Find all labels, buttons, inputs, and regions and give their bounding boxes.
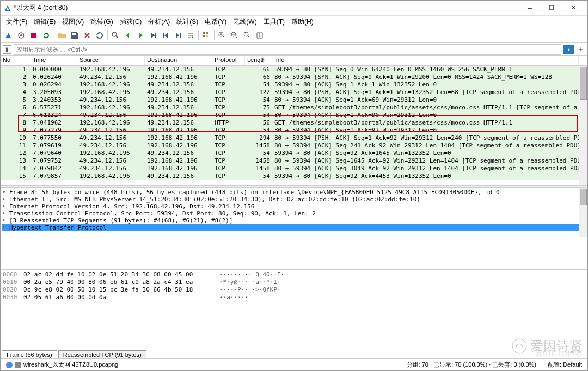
menu-item[interactable]: 统计(S) xyxy=(173,16,201,28)
col-length[interactable]: Length xyxy=(245,56,272,65)
titlebar: *以太网 4 (port 80) ─ ☐ ✕ xyxy=(1,1,587,16)
status-expert-icon[interactable] xyxy=(15,362,21,368)
svg-rect-2 xyxy=(31,33,36,38)
toolbar: 1:1 xyxy=(1,28,587,43)
packet-row[interactable]: 76.61132449.234.12.156192.168.42.196TCP5… xyxy=(1,112,587,119)
packet-list-header: No. Time Source Destination Protocol Len… xyxy=(1,56,587,66)
display-filter-input[interactable] xyxy=(14,44,561,55)
svg-rect-3 xyxy=(72,33,76,35)
packet-row[interactable]: 117.07961949.234.12.156192.168.42.196TCP… xyxy=(1,142,587,150)
packet-row[interactable]: 20.02624049.234.12.156192.168.42.196TCP6… xyxy=(1,73,587,81)
packet-row[interactable]: 107.07755049.234.12.156192.168.42.196TCP… xyxy=(1,134,587,142)
maximize-button[interactable]: ☐ xyxy=(541,1,562,15)
restart-capture-icon[interactable] xyxy=(40,29,52,41)
menubar: 文件(F)编辑(E)视图(V)跳转(G)捕获(C)分析(A)统计(S)电话(Y)… xyxy=(1,16,587,28)
close-button[interactable]: ✕ xyxy=(562,1,584,15)
menu-item[interactable]: 帮助(H) xyxy=(288,16,317,28)
app-icon xyxy=(4,4,11,12)
col-source[interactable]: Source xyxy=(77,56,145,65)
packet-row[interactable]: 53.24035349.234.12.156192.168.42.196TCP5… xyxy=(1,96,587,104)
status-file: wireshark_以太网 45TZ8U0.pcapng xyxy=(23,361,118,369)
svg-point-4 xyxy=(112,32,117,36)
hex-pane[interactable]: 000002 ac 02 dd fe 10 02 0e 51 20 34 30 … xyxy=(1,269,587,347)
detail-line[interactable]: Ethernet II, Src: MS-NLB-PhysServer-14_5… xyxy=(2,196,586,203)
go-last-icon[interactable] xyxy=(172,29,184,41)
packet-scrollbar[interactable] xyxy=(579,66,587,186)
expression-button[interactable]: ▸ xyxy=(564,45,574,54)
add-filter-button[interactable]: ＋ xyxy=(577,45,585,54)
filter-bar: ▮ ▸ ＋ xyxy=(1,43,587,56)
col-dest[interactable]: Destination xyxy=(145,56,212,65)
capture-options-icon[interactable] xyxy=(15,29,27,41)
menu-item[interactable]: 视图(V) xyxy=(59,16,87,28)
menu-item[interactable]: 文件(F) xyxy=(3,16,30,28)
detail-line[interactable]: Transmission Control Protocol, Src Port:… xyxy=(2,210,586,217)
colorize-icon[interactable] xyxy=(200,29,212,41)
menu-item[interactable]: 跳转(G) xyxy=(87,16,116,28)
svg-rect-7 xyxy=(180,33,181,38)
reload-icon[interactable] xyxy=(94,29,106,41)
details-scrollbar[interactable] xyxy=(579,188,587,237)
status-packets: 分组: 70 · 已显示: 70 (100.0%) · 已丢弃: 0 (0.0%… xyxy=(403,361,540,369)
svg-point-1 xyxy=(20,34,22,36)
status-profile[interactable]: 配置: Default xyxy=(544,361,585,369)
go-next-icon[interactable] xyxy=(134,29,146,41)
zoom-in-icon[interactable] xyxy=(216,29,228,41)
minimize-button[interactable]: ─ xyxy=(519,1,541,15)
detail-line[interactable]: Internet Protocol Version 4, Src: 192.16… xyxy=(2,203,586,210)
hex-row[interactable]: 000002 ac 02 dd fe 10 02 0e 51 20 34 30 … xyxy=(3,271,585,279)
packet-details[interactable]: Frame 8: 56 bytes on wire (448 bits), 56… xyxy=(1,188,587,237)
hex-tabs: Frame (56 bytes) Reassembled TCP (91 byt… xyxy=(1,347,587,358)
hex-row[interactable]: 001000 2a e5 79 40 00 80 06 eb 61 c0 a8 … xyxy=(3,279,585,286)
col-no[interactable]: No. xyxy=(1,56,30,65)
packet-row[interactable]: 10.000000192.168.42.19649.234.12.156TCP6… xyxy=(1,66,587,73)
packet-row[interactable]: 127.079640192.168.42.19649.234.12.156TCP… xyxy=(1,150,587,157)
hex-row[interactable]: 00200c 9c e8 02 00 50 10 15 bc 3e fa 30 … xyxy=(3,286,585,294)
col-info[interactable]: Info xyxy=(272,56,579,65)
detail-line[interactable]: [3 Reassembled TCP Segments (91 bytes): … xyxy=(2,217,586,224)
col-time[interactable]: Time xyxy=(30,56,77,65)
menu-item[interactable]: 分析(A) xyxy=(145,16,173,28)
packet-list[interactable]: 10.000000192.168.42.19649.234.12.156TCP6… xyxy=(1,66,587,186)
detail-line[interactable]: Frame 8: 56 bytes on wire (448 bits), 56… xyxy=(2,189,586,196)
find-icon[interactable] xyxy=(109,29,121,41)
window-title: *以太网 4 (port 80) xyxy=(14,3,519,13)
packet-row[interactable]: 147.07984249.234.12.156192.168.42.196TCP… xyxy=(1,165,587,172)
go-prev-icon[interactable] xyxy=(122,29,134,41)
status-ready-icon xyxy=(6,362,13,368)
save-file-icon[interactable] xyxy=(69,29,81,41)
svg-rect-8 xyxy=(203,32,205,34)
tab-frame[interactable]: Frame (56 bytes) xyxy=(2,350,57,358)
packet-row[interactable]: 97.07727949.234.12.156192.168.42.196TCP5… xyxy=(1,127,587,134)
menu-item[interactable]: 电话(Y) xyxy=(201,16,230,28)
auto-scroll-icon[interactable] xyxy=(185,29,197,41)
stop-capture-icon[interactable] xyxy=(28,29,40,41)
shark-fin-icon[interactable] xyxy=(3,29,15,41)
open-file-icon[interactable] xyxy=(56,29,68,41)
go-first-icon[interactable] xyxy=(160,29,171,41)
packet-row[interactable]: 66.575271192.168.42.19649.234.12.156TCP7… xyxy=(1,104,587,112)
tab-reassembled[interactable]: Reassembled TCP (91 bytes) xyxy=(58,350,146,358)
hex-row[interactable]: 003002 05 61 a6 00 00 0d 0a··a····· xyxy=(3,294,585,301)
menu-item[interactable]: 无线(W) xyxy=(230,16,260,28)
resize-columns-icon[interactable] xyxy=(254,29,266,41)
detail-line[interactable]: Hypertext Transfer Protocol xyxy=(2,224,586,231)
menu-item[interactable]: 捕获(C) xyxy=(117,16,145,28)
blank-area xyxy=(1,237,587,269)
svg-rect-6 xyxy=(163,33,164,38)
menu-item[interactable]: 工具(T) xyxy=(260,16,288,28)
close-file-icon[interactable] xyxy=(81,29,93,41)
col-proto[interactable]: Protocol xyxy=(212,56,245,65)
go-to-icon[interactable] xyxy=(147,29,159,41)
zoom-reset-icon[interactable]: 1:1 xyxy=(241,29,253,41)
statusbar: wireshark_以太网 45TZ8U0.pcapng 分组: 70 · 已显… xyxy=(1,358,587,370)
menu-item[interactable]: 编辑(E) xyxy=(30,16,59,28)
svg-rect-10 xyxy=(203,35,205,37)
packet-row[interactable]: 137.07975249.234.12.156192.168.42.196TCP… xyxy=(1,157,587,165)
packet-row[interactable]: 157.079857192.168.42.19649.234.12.156TCP… xyxy=(1,172,587,180)
packet-row[interactable]: 43.205093192.168.42.19649.234.12.156TCP1… xyxy=(1,89,587,96)
packet-row[interactable]: 87.041962192.168.42.19649.234.12.156HTTP… xyxy=(1,119,587,127)
bookmark-filter-icon[interactable]: ▮ xyxy=(3,45,11,54)
packet-row[interactable]: 30.026294192.168.42.19649.234.12.156TCP5… xyxy=(1,81,587,89)
zoom-out-icon[interactable] xyxy=(229,29,241,41)
